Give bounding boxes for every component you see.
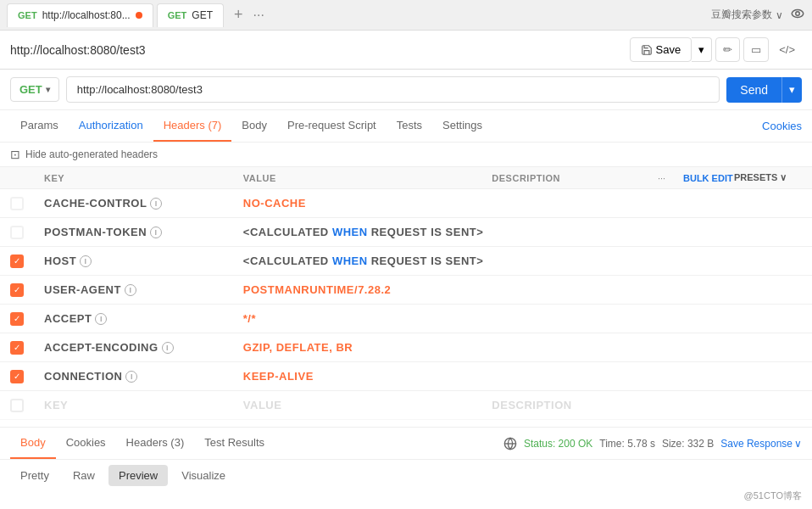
search-label: 豆瓣搜索参数 <box>711 8 772 22</box>
tab-method-2: GET <box>168 10 187 20</box>
row-key-6: Accept-Encoding i <box>44 341 243 354</box>
bottom-tab-cookies[interactable]: Cookies <box>56 428 116 459</box>
tab-get-1[interactable]: GET http://localhost:80... <box>7 3 153 27</box>
tab-get-2[interactable]: GET GET <box>157 3 224 27</box>
comment-button[interactable]: ▭ <box>743 37 769 62</box>
send-dropdown-button[interactable]: ▾ <box>781 77 802 103</box>
save-response-button[interactable]: Save Response ∨ <box>720 438 802 450</box>
checkbox-7[interactable] <box>10 370 24 383</box>
row-check-7[interactable] <box>10 370 44 383</box>
bottom-tab-body[interactable]: Body <box>10 428 56 459</box>
tab-params[interactable]: Params <box>10 110 69 142</box>
save-button[interactable]: Save <box>630 37 692 62</box>
url-input[interactable] <box>66 76 720 103</box>
send-button[interactable]: Send <box>726 77 781 103</box>
bottom-section: Body Cookies Headers (3) Test Results St… <box>0 427 812 491</box>
row-check-4[interactable] <box>10 283 44 297</box>
top-tab-bar: GET http://localhost:80... GET GET + ···… <box>0 0 812 31</box>
header-bulk-edit[interactable]: Bulk Edit <box>683 173 734 183</box>
save-label: Save <box>656 43 681 56</box>
header-value: VALUE <box>243 173 492 183</box>
tab-url-1: http://localhost:80... <box>42 9 131 21</box>
info-icon-6[interactable]: i <box>162 342 174 354</box>
info-icon-5[interactable]: i <box>95 313 107 325</box>
method-label: GET <box>19 83 42 96</box>
row-key-4: User-Agent i <box>44 283 243 296</box>
tab-body[interactable]: Body <box>231 110 277 142</box>
watermark: @51CTO博客 <box>744 489 802 502</box>
table-row: Accept i */* <box>0 305 812 333</box>
bottom-tab-test-results[interactable]: Test Results <box>194 428 275 459</box>
bottom-tab-headers[interactable]: Headers (3) <box>116 428 195 459</box>
info-icon-7[interactable]: i <box>125 371 137 383</box>
hide-auto-headers-label[interactable]: Hide auto-generated headers <box>25 148 158 160</box>
save-button-group: Save ▾ <box>630 37 713 62</box>
tab-authorization[interactable]: Authorization <box>69 110 153 142</box>
preview-tab-pretty[interactable]: Pretty <box>10 465 59 486</box>
edit-button[interactable]: ✏ <box>715 37 740 62</box>
row-value-8: Value <box>243 399 492 411</box>
table-row-empty: Key Value Description <box>0 391 812 420</box>
info-icon-2[interactable]: i <box>150 227 162 238</box>
row-key-8: Key <box>44 399 243 411</box>
preview-tab-visualize[interactable]: Visualize <box>171 465 236 486</box>
tab-pre-request[interactable]: Pre-request Script <box>277 110 387 142</box>
header-presets[interactable]: Presets ∨ <box>734 172 802 183</box>
globe-icon <box>503 437 517 450</box>
info-icon-3[interactable]: i <box>80 255 92 267</box>
new-tab-button[interactable]: + <box>227 6 250 24</box>
code-icon[interactable]: </> <box>772 38 802 61</box>
row-key-1: Cache-Control i <box>44 197 243 210</box>
row-value-3: <calculated when request is sent> <box>243 255 492 267</box>
response-size: Size: 332 B <box>662 438 714 450</box>
checkbox-8[interactable] <box>10 399 24 412</box>
status-ok: Status: 200 OK <box>524 438 592 450</box>
tab-headers[interactable]: Headers (7) <box>153 110 232 142</box>
svg-point-1 <box>796 12 800 16</box>
row-value-5: */* <box>243 312 492 325</box>
info-icon-4[interactable]: i <box>125 284 136 296</box>
tab-url-2: GET <box>192 9 213 21</box>
checkbox-1[interactable] <box>10 197 24 210</box>
checkbox-2[interactable] <box>10 226 24 239</box>
checkbox-3[interactable] <box>10 255 24 268</box>
checkbox-5[interactable] <box>10 312 24 326</box>
checkbox-6[interactable] <box>10 341 24 355</box>
row-key-5: Accept i <box>44 312 243 325</box>
tab-tests[interactable]: Tests <box>387 110 432 142</box>
row-value-2: <calculated when request is sent> <box>243 226 492 238</box>
cookies-link[interactable]: Cookies <box>762 120 802 132</box>
status-text: Status: 200 OK <box>524 438 592 450</box>
info-icon-1[interactable]: i <box>150 198 162 210</box>
tab-settings[interactable]: Settings <box>432 110 492 142</box>
svg-point-0 <box>792 10 804 18</box>
table-row: Accept-Encoding i gzip, deflate, br <box>0 333 812 362</box>
row-key-7: Connection i <box>44 370 243 383</box>
checkbox-4[interactable] <box>10 283 24 297</box>
search-button[interactable]: 豆瓣搜索参数 ∨ <box>711 8 783 22</box>
row-check-5[interactable] <box>10 312 44 326</box>
eye-icon[interactable] <box>790 6 805 24</box>
save-dropdown-button[interactable]: ▾ <box>692 37 712 62</box>
row-desc-8: Description <box>492 399 658 411</box>
table-row: User-Agent i PostmanRuntime/7.28.2 <box>0 276 812 305</box>
table-row: Cache-Control i no-cache <box>0 189 812 218</box>
url-bar: http://localhost:8080/test3 Save ▾ ✏ ▭ <… <box>0 31 812 70</box>
method-select[interactable]: GET ▾ <box>10 77 59 102</box>
row-check-1[interactable] <box>10 197 44 210</box>
header-more-icon[interactable]: ··· <box>658 173 683 183</box>
request-bar: GET ▾ Send ▾ <box>0 70 812 110</box>
row-check-6[interactable] <box>10 341 44 355</box>
table-row: Connection i keep-alive <box>0 362 812 391</box>
row-key-3: Host i <box>44 255 243 267</box>
tab-dot-1 <box>136 12 142 19</box>
top-bar-right: 豆瓣搜索参数 ∨ <box>711 6 805 24</box>
row-check-2[interactable] <box>10 226 44 239</box>
hide-auto-headers-icon: ⊡ <box>10 148 20 161</box>
preview-tab-preview[interactable]: Preview <box>108 465 168 486</box>
header-key: KEY <box>44 173 243 183</box>
tab-more-button[interactable]: ··· <box>253 8 264 23</box>
preview-tab-raw[interactable]: Raw <box>63 465 105 486</box>
url-actions: Save ▾ ✏ ▭ </> <box>630 37 802 62</box>
row-check-3[interactable] <box>10 255 44 268</box>
